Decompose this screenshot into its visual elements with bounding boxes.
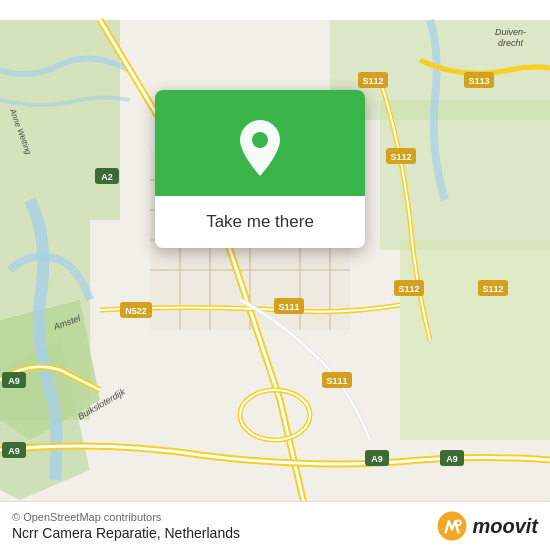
svg-rect-7: [400, 240, 550, 440]
svg-point-51: [252, 132, 268, 148]
location-pin-icon: [235, 118, 285, 178]
svg-text:A9: A9: [371, 454, 383, 464]
location-name: Ncrr Camera Reparatie, Netherlands: [12, 525, 240, 541]
svg-text:A9: A9: [446, 454, 458, 464]
moovit-logo: moovit: [436, 510, 538, 542]
moovit-brand-text: moovit: [472, 515, 538, 538]
svg-text:Duiven-: Duiven-: [495, 27, 526, 37]
svg-text:S113: S113: [468, 76, 489, 86]
svg-text:S112: S112: [398, 284, 419, 294]
take-me-there-button[interactable]: Take me there: [171, 208, 349, 236]
svg-text:A9: A9: [8, 446, 20, 456]
moovit-brand-icon: [436, 510, 468, 542]
map-container: A2 A9 A9 A9 A9 S112 S112 S112 S112 S113 …: [0, 0, 550, 550]
svg-text:A9: A9: [8, 376, 20, 386]
svg-text:S111: S111: [326, 376, 347, 386]
svg-point-54: [457, 521, 460, 524]
svg-text:drecht: drecht: [498, 38, 524, 48]
svg-text:S112: S112: [362, 76, 383, 86]
popup-header: [155, 90, 365, 196]
svg-text:S112: S112: [390, 152, 411, 162]
location-popup: Take me there: [155, 90, 365, 248]
svg-text:A2: A2: [101, 172, 113, 182]
bottom-bar: © OpenStreetMap contributors Ncrr Camera…: [0, 501, 550, 550]
popup-button-area: Take me there: [155, 196, 365, 248]
svg-text:N522: N522: [125, 306, 147, 316]
map-background: A2 A9 A9 A9 A9 S112 S112 S112 S112 S113 …: [0, 0, 550, 550]
svg-text:S112: S112: [482, 284, 503, 294]
copyright-text: © OpenStreetMap contributors: [12, 511, 240, 523]
svg-text:S111: S111: [278, 302, 299, 312]
bottom-info: © OpenStreetMap contributors Ncrr Camera…: [12, 511, 240, 541]
